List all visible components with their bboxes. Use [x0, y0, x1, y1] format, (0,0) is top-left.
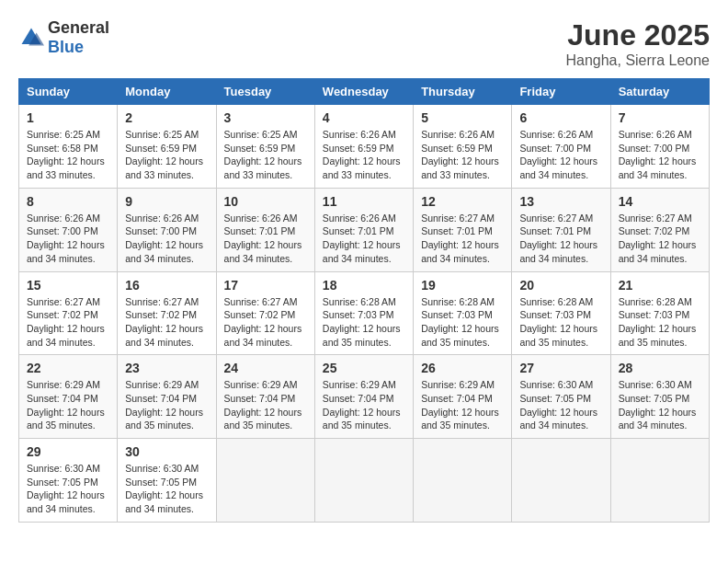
day-number: 17 [224, 278, 307, 293]
header-monday: Monday [118, 79, 216, 105]
day-number: 13 [519, 194, 602, 209]
week-row-4: 22 Sunrise: 6:29 AM Sunset: 7:04 PM Dayl… [19, 355, 710, 439]
calendar-cell: 5 Sunrise: 6:26 AM Sunset: 6:59 PM Dayli… [414, 105, 512, 189]
day-info: Sunrise: 6:30 AM Sunset: 7:05 PM Dayligh… [519, 378, 602, 432]
calendar-cell [512, 439, 610, 523]
calendar-cell [314, 439, 413, 523]
calendar-cell: 7 Sunrise: 6:26 AM Sunset: 7:00 PM Dayli… [610, 105, 709, 189]
day-number: 9 [125, 194, 208, 209]
day-info: Sunrise: 6:30 AM Sunset: 7:05 PM Dayligh… [27, 462, 109, 516]
day-info: Sunrise: 6:26 AM Sunset: 7:01 PM Dayligh… [224, 212, 307, 266]
day-number: 19 [421, 278, 504, 293]
calendar-cell: 27 Sunrise: 6:30 AM Sunset: 7:05 PM Dayl… [512, 355, 610, 439]
calendar-cell: 2 Sunrise: 6:25 AM Sunset: 6:59 PM Dayli… [118, 105, 216, 189]
calendar-cell: 23 Sunrise: 6:29 AM Sunset: 7:04 PM Dayl… [118, 355, 216, 439]
day-info: Sunrise: 6:26 AM Sunset: 7:00 PM Dayligh… [125, 212, 208, 266]
day-number: 15 [27, 278, 109, 293]
day-info: Sunrise: 6:29 AM Sunset: 7:04 PM Dayligh… [125, 378, 208, 432]
calendar-cell: 9 Sunrise: 6:26 AM Sunset: 7:00 PM Dayli… [118, 188, 216, 271]
day-number: 25 [323, 361, 405, 375]
day-number: 10 [224, 194, 307, 209]
day-number: 7 [619, 110, 701, 125]
day-info: Sunrise: 6:25 AM Sunset: 6:59 PM Dayligh… [224, 128, 307, 182]
day-number: 1 [27, 110, 109, 125]
title-area: June 2025 Hangha, Sierra Leone [565, 18, 710, 69]
day-number: 16 [125, 278, 208, 293]
day-info: Sunrise: 6:29 AM Sunset: 7:04 PM Dayligh… [27, 378, 109, 432]
day-info: Sunrise: 6:27 AM Sunset: 7:02 PM Dayligh… [224, 295, 307, 350]
day-info: Sunrise: 6:28 AM Sunset: 7:03 PM Dayligh… [619, 295, 701, 350]
day-info: Sunrise: 6:29 AM Sunset: 7:04 PM Dayligh… [421, 378, 504, 432]
day-number: 22 [27, 361, 109, 375]
day-number: 21 [619, 278, 701, 293]
header-wednesday: Wednesday [314, 79, 413, 105]
day-number: 27 [519, 361, 602, 375]
header-tuesday: Tuesday [216, 79, 314, 105]
day-number: 8 [27, 194, 109, 209]
day-info: Sunrise: 6:30 AM Sunset: 7:05 PM Dayligh… [619, 378, 701, 432]
header-saturday: Saturday [610, 79, 709, 105]
day-number: 23 [125, 361, 208, 375]
day-info: Sunrise: 6:27 AM Sunset: 7:01 PM Dayligh… [421, 212, 504, 266]
day-number: 6 [519, 110, 602, 125]
month-title: June 2025 [565, 18, 710, 52]
calendar-cell [414, 439, 512, 523]
day-info: Sunrise: 6:28 AM Sunset: 7:03 PM Dayligh… [421, 295, 504, 350]
calendar-cell: 6 Sunrise: 6:26 AM Sunset: 7:00 PM Dayli… [512, 105, 610, 189]
calendar-cell: 15 Sunrise: 6:27 AM Sunset: 7:02 PM Dayl… [19, 271, 118, 355]
calendar-cell: 25 Sunrise: 6:29 AM Sunset: 7:04 PM Dayl… [314, 355, 413, 439]
header: General Blue June 2025 Hangha, Sierra Le… [18, 18, 710, 69]
day-number: 5 [421, 110, 504, 125]
day-number: 28 [619, 361, 701, 375]
logo: General Blue [18, 18, 109, 57]
calendar-table: SundayMondayTuesdayWednesdayThursdayFrid… [18, 78, 710, 523]
calendar-cell: 21 Sunrise: 6:28 AM Sunset: 7:03 PM Dayl… [610, 271, 709, 355]
calendar-cell [216, 439, 314, 523]
calendar-cell: 8 Sunrise: 6:26 AM Sunset: 7:00 PM Dayli… [19, 188, 118, 271]
calendar-header-row: SundayMondayTuesdayWednesdayThursdayFrid… [19, 79, 710, 105]
day-info: Sunrise: 6:26 AM Sunset: 7:01 PM Dayligh… [323, 212, 405, 266]
week-row-1: 1 Sunrise: 6:25 AM Sunset: 6:58 PM Dayli… [19, 105, 710, 189]
day-info: Sunrise: 6:26 AM Sunset: 7:00 PM Dayligh… [619, 128, 701, 182]
header-friday: Friday [512, 79, 610, 105]
location-title: Hangha, Sierra Leone [565, 52, 710, 69]
calendar-cell: 17 Sunrise: 6:27 AM Sunset: 7:02 PM Dayl… [216, 271, 314, 355]
day-number: 20 [519, 278, 602, 293]
calendar-cell: 29 Sunrise: 6:30 AM Sunset: 7:05 PM Dayl… [19, 439, 118, 523]
day-info: Sunrise: 6:27 AM Sunset: 7:02 PM Dayligh… [125, 295, 208, 350]
day-number: 3 [224, 110, 307, 125]
day-number: 12 [421, 194, 504, 209]
calendar-cell: 30 Sunrise: 6:30 AM Sunset: 7:05 PM Dayl… [118, 439, 216, 523]
calendar-cell [610, 439, 709, 523]
day-info: Sunrise: 6:28 AM Sunset: 7:03 PM Dayligh… [323, 295, 405, 350]
calendar-cell: 28 Sunrise: 6:30 AM Sunset: 7:05 PM Dayl… [610, 355, 709, 439]
calendar-cell: 24 Sunrise: 6:29 AM Sunset: 7:04 PM Dayl… [216, 355, 314, 439]
day-number: 18 [323, 278, 405, 293]
header-sunday: Sunday [19, 79, 118, 105]
calendar-cell: 3 Sunrise: 6:25 AM Sunset: 6:59 PM Dayli… [216, 105, 314, 189]
day-number: 29 [27, 444, 109, 459]
calendar-cell: 16 Sunrise: 6:27 AM Sunset: 7:02 PM Dayl… [118, 271, 216, 355]
calendar-cell: 10 Sunrise: 6:26 AM Sunset: 7:01 PM Dayl… [216, 188, 314, 271]
day-info: Sunrise: 6:27 AM Sunset: 7:02 PM Dayligh… [27, 295, 109, 350]
calendar-cell: 12 Sunrise: 6:27 AM Sunset: 7:01 PM Dayl… [414, 188, 512, 271]
day-info: Sunrise: 6:26 AM Sunset: 7:00 PM Dayligh… [27, 212, 109, 266]
logo-blue: Blue [48, 38, 84, 56]
day-number: 14 [619, 194, 701, 209]
day-number: 30 [125, 444, 208, 459]
logo-icon [18, 25, 44, 51]
day-number: 26 [421, 361, 504, 375]
day-info: Sunrise: 6:25 AM Sunset: 6:59 PM Dayligh… [125, 128, 208, 182]
calendar-cell: 13 Sunrise: 6:27 AM Sunset: 7:01 PM Dayl… [512, 188, 610, 271]
day-number: 2 [125, 110, 208, 125]
day-number: 4 [323, 110, 405, 125]
calendar-cell: 18 Sunrise: 6:28 AM Sunset: 7:03 PM Dayl… [314, 271, 413, 355]
header-thursday: Thursday [414, 79, 512, 105]
calendar-cell: 19 Sunrise: 6:28 AM Sunset: 7:03 PM Dayl… [414, 271, 512, 355]
day-info: Sunrise: 6:26 AM Sunset: 6:59 PM Dayligh… [323, 128, 405, 182]
calendar-cell: 20 Sunrise: 6:28 AM Sunset: 7:03 PM Dayl… [512, 271, 610, 355]
day-info: Sunrise: 6:25 AM Sunset: 6:58 PM Dayligh… [27, 128, 109, 182]
calendar-cell: 4 Sunrise: 6:26 AM Sunset: 6:59 PM Dayli… [314, 105, 413, 189]
day-number: 24 [224, 361, 307, 375]
day-info: Sunrise: 6:27 AM Sunset: 7:02 PM Dayligh… [619, 212, 701, 266]
